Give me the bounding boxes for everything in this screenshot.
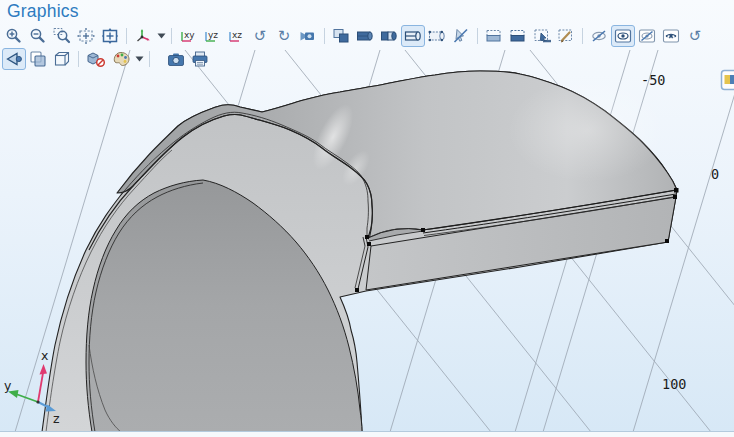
toolbar-separator [324, 28, 325, 44]
graphics-toolbar-row2 [2, 47, 212, 70]
default-3d-view-icon [134, 27, 152, 45]
toolbar-separator [149, 51, 150, 67]
axis-tick-0: 0 [711, 166, 719, 182]
graphics-panel: -50 0 100 x y z Graphics [0, 0, 734, 437]
wireframe-icon [53, 50, 71, 68]
box-select-remove-button[interactable] [506, 25, 530, 47]
box-select-button[interactable] [530, 25, 554, 47]
select-objects-button[interactable] [329, 25, 353, 47]
zoom-to-selection-button[interactable] [98, 25, 122, 47]
box-select-remove-icon [509, 27, 527, 45]
scene-light-icon [5, 50, 23, 68]
toolbar-separator [126, 28, 127, 44]
rotate-cw-icon: ↻ [278, 28, 291, 43]
box-select-add-button[interactable] [482, 25, 506, 47]
reset-hiding-button[interactable]: ↺ [683, 25, 707, 47]
box-select-add-icon [485, 27, 503, 45]
zoom-extents-button[interactable] [74, 25, 98, 47]
color-palette-dropdown[interactable] [133, 48, 145, 70]
zoom-to-selection-icon [101, 27, 119, 45]
hide-selected-button[interactable] [587, 25, 611, 47]
rotate-ccw-icon: ↺ [254, 28, 267, 43]
go-to-yz-view-button[interactable]: yz [200, 25, 224, 47]
axis-tick-100: 100 [662, 376, 686, 392]
boundaries-cylinder-icon [380, 27, 398, 45]
default-view-dropdown[interactable] [155, 25, 167, 47]
boxed-eye-icon [614, 27, 632, 45]
domains-cylinder-icon [356, 27, 374, 45]
transparency-button[interactable] [26, 48, 50, 70]
color-palette-button[interactable] [109, 48, 133, 70]
printer-icon [191, 50, 209, 68]
paint-select-button[interactable] [554, 25, 578, 47]
go-to-xz-view-button[interactable]: xz [224, 25, 248, 47]
material-cube-no-icon [86, 50, 106, 68]
view-all-button[interactable] [611, 25, 635, 47]
boxed-eye-dotted-icon [662, 27, 680, 45]
graphics-toolbar-row1: xy yz xz ↺ ↻ [2, 24, 707, 47]
paint-select-brush-icon [557, 27, 575, 45]
yz-view-icon: yz [203, 27, 222, 45]
go-to-default-3d-view-button[interactable] [131, 25, 155, 47]
boxed-eye-slash-icon [638, 27, 656, 45]
go-to-xy-view-button[interactable]: xy [176, 25, 200, 47]
view-unhidden-only-button[interactable] [659, 25, 683, 47]
rotate-clockwise-button[interactable]: ↻ [272, 25, 296, 47]
chevron-down-icon [135, 56, 144, 62]
toolbar-separator [78, 51, 79, 67]
svg-text:yz: yz [208, 30, 218, 40]
axis-tick--50: -50 [641, 72, 665, 88]
zoom-out-button[interactable] [26, 25, 50, 47]
svg-text:xy: xy [184, 30, 195, 40]
zoom-out-icon [29, 27, 47, 45]
deactivate-selection-button[interactable] [449, 25, 473, 47]
camera-3d-icon [299, 27, 317, 45]
image-snapshot-button[interactable] [164, 48, 188, 70]
toolbar-separator [582, 28, 583, 44]
eye-slash-icon [590, 27, 608, 45]
toolbar-separator [171, 28, 172, 44]
scene-camera-button[interactable] [296, 25, 320, 47]
objects-icon [332, 27, 350, 45]
rotate-counterclockwise-button[interactable]: ↺ [248, 25, 272, 47]
zoom-extents-icon [77, 27, 95, 45]
triad-x-label: x [41, 348, 48, 363]
camera-icon [167, 50, 185, 68]
select-edges-button[interactable] [401, 25, 425, 47]
select-boundaries-button[interactable] [377, 25, 401, 47]
color-palette-icon [112, 50, 131, 68]
reset-icon: ↺ [689, 28, 702, 43]
print-button[interactable] [188, 48, 212, 70]
svg-text:xz: xz [232, 30, 242, 40]
wireframe-rendering-button[interactable] [50, 48, 74, 70]
select-points-button[interactable] [425, 25, 449, 47]
zoom-in-button[interactable] [2, 25, 26, 47]
box-select-cursor-icon [533, 27, 551, 45]
no-selection-cursor-icon [452, 27, 470, 45]
points-cylinder-icon [428, 27, 446, 45]
triad-y-label: y [4, 378, 12, 393]
zoom-in-icon [5, 27, 23, 45]
xz-view-icon: xz [227, 27, 246, 45]
edges-cylinder-icon [404, 27, 422, 45]
xy-view-icon: xy [179, 27, 198, 45]
zoom-box-icon [53, 27, 71, 45]
material-color-off-button[interactable] [83, 48, 109, 70]
clipped-window-icon[interactable] [722, 71, 734, 90]
triad-z-label: z [53, 411, 60, 426]
view-hidden-only-button[interactable] [635, 25, 659, 47]
panel-title: Graphics [7, 1, 79, 22]
zoom-box-button[interactable] [50, 25, 74, 47]
chevron-down-icon [157, 33, 166, 39]
transparency-icon [29, 50, 47, 68]
scene-light-button[interactable] [2, 48, 26, 70]
toolbar-separator [477, 28, 478, 44]
select-domains-button[interactable] [353, 25, 377, 47]
